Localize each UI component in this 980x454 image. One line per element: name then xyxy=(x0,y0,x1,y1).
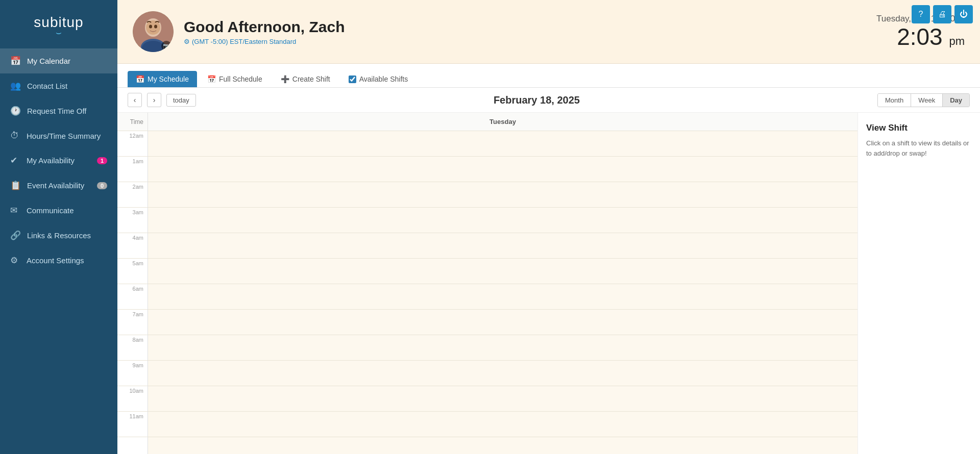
day-slot[interactable] xyxy=(148,335,857,361)
greeting-text: Good Afternoon, Zach xyxy=(184,18,345,36)
day-slot[interactable] xyxy=(148,386,857,412)
day-slot[interactable] xyxy=(148,259,857,284)
time-slot: 4am xyxy=(117,233,148,259)
day-header: Tuesday xyxy=(148,113,857,131)
current-time: 2:03 pm xyxy=(876,24,965,50)
my-calendar-icon: 📅 xyxy=(10,56,21,66)
header-left: 📷 Good Afternoon, Zach ⚙ (GMT -5:00) EST… xyxy=(133,11,345,52)
prev-arrow[interactable]: ‹ xyxy=(128,93,142,107)
day-slot[interactable] xyxy=(148,310,857,335)
day-slot[interactable] xyxy=(148,131,857,157)
available-shifts-checkbox[interactable] xyxy=(349,75,356,83)
sidebar-item-event-availability[interactable]: 📋Event Availability0 xyxy=(0,173,117,198)
avatar-wrap: 📷 xyxy=(133,11,174,52)
avatar-camera-icon[interactable]: 📷 xyxy=(161,41,172,51)
sidebar-label-links-resources: Links & Resources xyxy=(27,231,91,240)
view-btn-month[interactable]: Month xyxy=(878,94,911,107)
available-shifts-label: Available Shifts xyxy=(359,75,408,83)
plus-icon: ➕ xyxy=(281,75,289,83)
sidebar-label-my-calendar: My Calendar xyxy=(27,57,70,65)
calendar-icon-2: 📅 xyxy=(207,75,216,83)
sidebar-label-account-settings: Account Settings xyxy=(27,256,84,265)
day-slot[interactable] xyxy=(148,284,857,310)
time-slots: 12am1am2am3am4am5am6am7am8am9am10am11am xyxy=(117,131,148,437)
topbar: ? 🖨 ⏻ xyxy=(912,5,973,23)
hours-time-summary-icon: ⏱ xyxy=(10,131,20,141)
timezone-link[interactable]: ⚙ (GMT -5:00) EST/Eastern Standard xyxy=(184,38,345,45)
sidebar-item-communicate[interactable]: ✉Communicate xyxy=(0,198,117,223)
power-button[interactable]: ⏻ xyxy=(954,5,973,23)
calendar-date-title: February 18, 2025 xyxy=(201,94,872,106)
contact-list-icon: 👥 xyxy=(10,81,21,91)
my-availability-icon: ✔ xyxy=(10,155,20,166)
links-resources-icon: 🔗 xyxy=(10,230,21,241)
gear-icon: ⚙ xyxy=(184,38,190,45)
day-slot[interactable] xyxy=(148,233,857,259)
sidebar-item-my-calendar[interactable]: 📅My Calendar xyxy=(0,48,117,73)
sidebar-item-links-resources[interactable]: 🔗Links & Resources xyxy=(0,223,117,248)
time-slot: 5am xyxy=(117,259,148,284)
sidebar-label-communicate: Communicate xyxy=(27,206,74,215)
calendar-body: Time 12am1am2am3am4am5am6am7am8am9am10am… xyxy=(117,113,980,454)
time-slot: 3am xyxy=(117,208,148,233)
timezone-label: (GMT -5:00) EST/Eastern Standard xyxy=(192,38,296,45)
schedule-area: 📅 My Schedule 📅 Full Schedule ➕ Create S… xyxy=(117,64,980,454)
time-column: Time 12am1am2am3am4am5am6am7am8am9am10am… xyxy=(117,113,148,454)
sidebar-label-event-availability: Event Availability xyxy=(27,181,84,190)
day-slot[interactable] xyxy=(148,412,857,437)
badge-my-availability: 1 xyxy=(97,157,107,164)
greeting-block: Good Afternoon, Zach ⚙ (GMT -5:00) EST/E… xyxy=(184,18,345,45)
sidebar-item-my-availability[interactable]: ✔My Availability1 xyxy=(0,148,117,173)
svg-point-4 xyxy=(149,25,152,29)
right-panel: View Shift Click on a shift to view its … xyxy=(857,113,980,454)
time-header: Time xyxy=(117,113,148,131)
tab-full-schedule[interactable]: 📅 Full Schedule xyxy=(199,71,271,87)
view-btn-day[interactable]: Day xyxy=(943,94,969,107)
calendar-grid[interactable]: Time 12am1am2am3am4am5am6am7am8am9am10am… xyxy=(117,113,857,454)
account-settings-icon: ⚙ xyxy=(10,255,20,266)
help-button[interactable]: ? xyxy=(912,5,930,23)
day-column: Tuesday xyxy=(148,113,857,454)
print-button[interactable]: 🖨 xyxy=(933,5,951,23)
today-button[interactable]: today xyxy=(166,94,196,107)
sidebar-item-hours-time-summary[interactable]: ⏱Hours/Time Summary xyxy=(0,123,117,148)
sidebar-label-contact-list: Contact List xyxy=(27,82,67,90)
calendar-icon: 📅 xyxy=(136,75,144,83)
tab-create-shift[interactable]: ➕ Create Shift xyxy=(273,71,338,87)
communicate-icon: ✉ xyxy=(10,205,20,216)
sidebar-nav: 📅My Calendar👥Contact List🕐Request Time O… xyxy=(0,48,117,273)
day-slot[interactable] xyxy=(148,361,857,386)
sidebar-item-contact-list[interactable]: 👥Contact List xyxy=(0,73,117,98)
sidebar-label-hours-time-summary: Hours/Time Summary xyxy=(27,132,101,140)
sidebar-label-request-time-off: Request Time Off xyxy=(27,107,86,115)
view-shift-description: Click on a shift to view its details or … xyxy=(866,138,972,158)
main-content: ? 🖨 ⏻ xyxy=(117,0,980,454)
header-banner: 📷 Good Afternoon, Zach ⚙ (GMT -5:00) EST… xyxy=(117,0,980,64)
tab-my-schedule[interactable]: 📅 My Schedule xyxy=(128,71,197,87)
time-slot: 9am xyxy=(117,361,148,386)
day-slot[interactable] xyxy=(148,182,857,208)
day-slots xyxy=(148,131,857,437)
time-slot: 10am xyxy=(117,386,148,412)
time-label: Time xyxy=(130,118,143,125)
available-shifts-checkbox-label[interactable]: Available Shifts xyxy=(340,71,416,87)
sidebar-label-my-availability: My Availability xyxy=(27,156,75,165)
badge-event-availability: 0 xyxy=(97,182,107,189)
day-slot[interactable] xyxy=(148,157,857,182)
tabs-bar: 📅 My Schedule 📅 Full Schedule ➕ Create S… xyxy=(117,64,980,88)
sidebar-item-request-time-off[interactable]: 🕐Request Time Off xyxy=(0,98,117,123)
view-shift-title: View Shift xyxy=(866,123,972,133)
view-buttons: MonthWeekDay xyxy=(877,93,970,107)
sidebar-item-account-settings[interactable]: ⚙Account Settings xyxy=(0,248,117,273)
svg-point-3 xyxy=(146,20,160,35)
day-slot[interactable] xyxy=(148,208,857,233)
time-slot: 1am xyxy=(117,157,148,182)
logo-smile: ⌣ xyxy=(10,28,107,38)
sidebar: subitup ⌣ 📅My Calendar👥Contact List🕐Requ… xyxy=(0,0,117,454)
view-btn-week[interactable]: Week xyxy=(911,94,943,107)
time-slot: 6am xyxy=(117,284,148,310)
time-slot: 2am xyxy=(117,182,148,208)
calendar-controls: ‹ › today February 18, 2025 MonthWeekDay xyxy=(117,88,980,113)
time-slot: 12am xyxy=(117,131,148,157)
next-arrow[interactable]: › xyxy=(147,93,161,107)
